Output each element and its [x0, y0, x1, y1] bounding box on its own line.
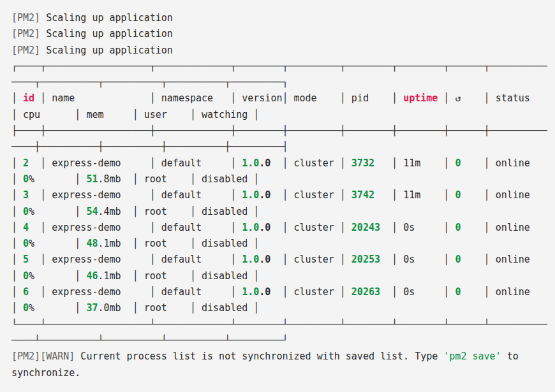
header-restart-icon: ↺ — [455, 92, 461, 104]
warning-command: 'pm2 save' — [443, 351, 501, 362]
cell-version: 1.0 — [242, 157, 259, 169]
cell-namespace: default — [161, 157, 202, 169]
header-user: user — [144, 109, 167, 120]
cell-watching: disabled — [202, 206, 248, 217]
table-row-line-1: │ 4 │ express-demo │ default │ 1.0.0 │ c… — [11, 220, 555, 236]
cell-id: 3 — [23, 189, 29, 201]
cell-name: express-demo — [52, 189, 121, 201]
cell-version-minor: .0 — [259, 189, 270, 201]
table-row-line-2: │ 0% │ 51.8mb │ root │ disabled │ — [11, 171, 555, 187]
cell-status: online — [496, 157, 530, 169]
cell-status: online — [496, 222, 530, 233]
cell-uptime: 0s — [403, 254, 415, 265]
cell-mem-unit: .1mb — [98, 238, 121, 249]
cell-mode: cluster — [294, 254, 334, 265]
cell-version: 1.0 — [242, 189, 259, 201]
border-line: ────┼──────────┼──────────┼──────────┼──… — [11, 141, 288, 152]
table-header-line-2: │ cpu │ mem │ user │ watching │ — [11, 107, 555, 123]
border-line: └────┴──────────────────┴─────────────┴─… — [11, 319, 547, 330]
cell-watching: disabled — [202, 302, 248, 314]
cell-cpu-unit: % — [29, 302, 34, 314]
table-row-line-1: │ 2 │ express-demo │ default │ 1.0.0 │ c… — [11, 156, 555, 171]
table-header-line-1: │ id │ name │ namespace │ version│ mode … — [11, 91, 555, 106]
cell-name: express-demo — [52, 157, 121, 169]
header-uptime: uptime — [403, 92, 438, 104]
warning-text: synchronize. — [11, 367, 80, 379]
cell-cpu-unit: % — [29, 238, 34, 249]
cell-watching: disabled — [202, 270, 248, 282]
header-status: status — [496, 92, 530, 104]
header-mem: mem — [86, 109, 103, 120]
pm2-prefix: [PM2] — [11, 45, 40, 56]
cell-user: root — [144, 206, 167, 217]
warning-prefix: [PM2][WARN] — [11, 351, 75, 362]
cell-id: 6 — [23, 286, 29, 298]
cell-id: 5 — [23, 254, 29, 265]
warning-text: Current process list is not synchronized… — [75, 351, 443, 362]
cell-pid: 20243 — [352, 222, 380, 233]
table-border: └────┴──────────────────┴─────────────┴─… — [11, 317, 555, 333]
cell-mem-unit: .4mb — [98, 206, 121, 217]
cell-pid: 20263 — [352, 286, 380, 298]
table-row-line-2: │ 0% │ 37.0mb │ root │ disabled │ — [11, 300, 555, 316]
cell-mem: 54 — [86, 206, 98, 217]
cell-restarts: 0 — [455, 157, 461, 169]
log-message: Scaling up application — [46, 12, 173, 24]
table-row-line-2: │ 0% │ 46.1mb │ root │ disabled │ — [11, 268, 555, 284]
pm2-log-line: [PM2] Scaling up application — [11, 26, 555, 42]
cell-version-minor: .0 — [259, 157, 270, 169]
cell-status: online — [496, 286, 530, 298]
cell-restarts: 0 — [455, 286, 461, 298]
table-row-line-1: │ 3 │ express-demo │ default │ 1.0.0 │ c… — [11, 187, 555, 203]
table-row-line-1: │ 5 │ express-demo │ default │ 1.0.0 │ c… — [11, 252, 555, 268]
cell-name: express-demo — [52, 222, 121, 233]
cell-mem: 46 — [86, 270, 98, 282]
cell-restarts: 0 — [455, 254, 461, 265]
cell-pid: 3732 — [352, 157, 374, 169]
cell-namespace: default — [161, 286, 202, 298]
cell-version-minor: .0 — [259, 286, 270, 298]
cell-mem: 51 — [86, 173, 98, 185]
header-version: version — [242, 92, 282, 104]
warning-line: synchronize. — [11, 365, 555, 381]
table-border: ┌────┬──────────────────┬─────────────┬─… — [11, 59, 555, 75]
cell-name: express-demo — [52, 254, 121, 265]
cell-cpu: 0 — [23, 173, 29, 185]
cell-mem: 48 — [86, 238, 98, 249]
terminal-output: [PM2] Scaling up application[PM2] Scalin… — [0, 0, 555, 392]
cell-restarts: 0 — [455, 222, 461, 233]
cell-mem-unit: .0mb — [98, 302, 121, 314]
cell-mode: cluster — [294, 286, 334, 298]
table-border: ────┬──────────┬──────────┬──────────┬──… — [11, 75, 555, 91]
border-line: ────┴──────────┴──────────┴──────────┴──… — [11, 335, 288, 346]
cell-user: root — [144, 270, 167, 282]
cell-cpu-unit: % — [29, 206, 34, 217]
cell-mem-unit: .8mb — [98, 173, 121, 185]
pm2-prefix: [PM2] — [11, 12, 40, 24]
table-border: ├────┼──────────────────┼─────────────┼─… — [11, 123, 555, 139]
cell-mode: cluster — [294, 157, 334, 169]
cell-status: online — [496, 254, 530, 265]
log-message: Scaling up application — [46, 45, 173, 56]
table-row-line-2: │ 0% │ 54.4mb │ root │ disabled │ — [11, 204, 555, 220]
cell-namespace: default — [161, 189, 202, 201]
header-pid: pid — [352, 92, 369, 104]
log-message: Scaling up application — [46, 28, 173, 40]
cell-cpu-unit: % — [29, 270, 34, 282]
cell-uptime: 11m — [403, 157, 420, 169]
cell-status: online — [496, 189, 530, 201]
header-cpu: cpu — [23, 109, 40, 120]
cell-pid: 3742 — [352, 189, 374, 201]
cell-version-minor: .0 — [259, 254, 270, 265]
cell-cpu: 0 — [23, 302, 29, 314]
cell-namespace: default — [161, 254, 202, 265]
cell-mode: cluster — [294, 189, 334, 201]
cell-version-minor: .0 — [259, 222, 270, 233]
cell-cpu: 0 — [23, 270, 29, 282]
border-line: ├────┼──────────────────┼─────────────┼─… — [11, 125, 547, 136]
cell-cpu: 0 — [23, 206, 29, 217]
header-id: id — [23, 92, 34, 104]
cell-cpu-unit: % — [29, 173, 34, 185]
header-name: name — [52, 92, 75, 104]
cell-mem: 37 — [86, 302, 98, 314]
